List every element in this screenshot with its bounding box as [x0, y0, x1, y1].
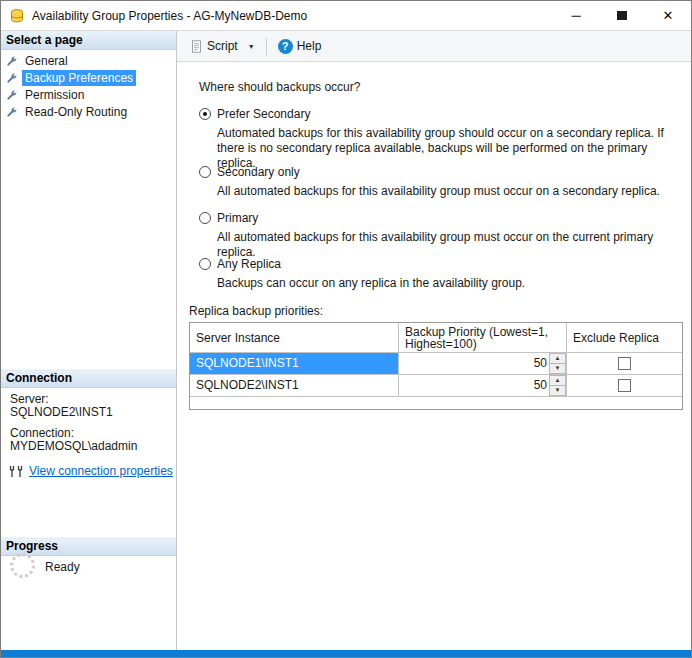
availability-group-icon — [9, 8, 25, 24]
priority-stepper[interactable]: ▲ ▼ — [549, 375, 566, 396]
help-button-label: Help — [297, 39, 322, 53]
backups-question-label: Where should backups occur? — [199, 80, 360, 94]
table-row-sqlnode1[interactable]: SQLNODE1\INST1 50 ▲ ▼ — [190, 353, 682, 375]
connection-info: Server: SQLNODE2\INST1 Connection: MYDEM… — [10, 393, 137, 453]
priority-stepper[interactable]: ▲ ▼ — [549, 353, 566, 374]
view-connection-properties-row: View connection properties — [8, 464, 173, 478]
exclude-replica-cell — [567, 353, 682, 374]
help-icon: ? — [278, 39, 293, 54]
sidebar-item-label: Read-Only Routing — [22, 104, 130, 120]
priority-value[interactable]: 50 — [399, 375, 549, 396]
replica-priorities-grid: Server Instance Backup Priority (Lowest=… — [189, 322, 683, 410]
exclude-replica-checkbox[interactable] — [618, 357, 631, 370]
radio-button-secondary-only[interactable] — [199, 166, 211, 178]
backup-preferences-page: Where should backups occur? Prefer Secon… — [177, 62, 691, 650]
column-header-exclude-replica: Exclude Replica — [567, 323, 682, 352]
wrench-icon — [6, 72, 18, 84]
close-button[interactable]: ✕ — [645, 1, 691, 30]
maximize-icon — [617, 11, 627, 20]
radio-label[interactable]: Primary — [217, 211, 258, 225]
stepper-down-icon[interactable]: ▼ — [549, 364, 566, 374]
radio-option-primary[interactable]: Primary All automated backups for this a… — [199, 211, 683, 260]
radio-description: All automated backups for this availabil… — [217, 230, 683, 260]
bottom-accent-strip — [1, 650, 691, 657]
sidebar-item-label: Backup Preferences — [22, 70, 136, 86]
sidebar-item-permission[interactable]: Permission — [1, 86, 175, 103]
stepper-up-icon[interactable]: ▲ — [549, 353, 566, 364]
column-header-server-instance: Server Instance — [190, 323, 399, 352]
column-header-backup-priority: Backup Priority (Lowest=1, Highest=100) — [399, 323, 567, 352]
table-row-sqlnode2[interactable]: SQLNODE2\INST1 50 ▲ ▼ — [190, 375, 682, 397]
exclude-replica-cell — [567, 375, 682, 396]
radio-button-primary[interactable] — [199, 212, 211, 224]
connection-properties-icon — [8, 465, 24, 478]
server-instance-cell[interactable]: SQLNODE1\INST1 — [190, 353, 399, 374]
stepper-up-icon[interactable]: ▲ — [549, 375, 566, 386]
radio-label[interactable]: Prefer Secondary — [217, 107, 310, 121]
script-button-label: Script — [207, 39, 238, 53]
progress-spinner-icon — [10, 553, 35, 578]
availability-group-properties-dialog: Availability Group Properties - AG-MyNew… — [0, 0, 692, 658]
priority-value[interactable]: 50 — [399, 353, 549, 374]
main-panel: Script ▼ ? Help Where should backups occ… — [177, 31, 691, 650]
title-bar: Availability Group Properties - AG-MyNew… — [1, 1, 691, 31]
connection-value: MYDEMOSQL\adadmin — [10, 440, 137, 453]
sidebar-item-label: General — [22, 53, 71, 69]
radio-label[interactable]: Secondary only — [217, 165, 300, 179]
close-icon: ✕ — [663, 9, 674, 22]
backup-priority-cell[interactable]: 50 ▲ ▼ — [399, 353, 567, 374]
window-title: Availability Group Properties - AG-MyNew… — [32, 9, 307, 23]
page-list: General Backup Preferences Permission Re… — [1, 52, 175, 120]
window-controls: ─ ✕ — [553, 1, 691, 30]
sidebar: Select a page General Backup Preferences… — [1, 31, 177, 650]
connection-header: Connection — [1, 369, 176, 388]
radio-option-secondary-only[interactable]: Secondary only All automated backups for… — [199, 165, 683, 199]
radio-button-prefer-secondary[interactable] — [199, 108, 211, 120]
backup-priority-cell[interactable]: 50 ▲ ▼ — [399, 375, 567, 396]
stepper-down-icon[interactable]: ▼ — [549, 386, 566, 396]
server-instance-cell[interactable]: SQLNODE2\INST1 — [190, 375, 399, 396]
sidebar-item-label: Permission — [22, 87, 87, 103]
script-icon — [190, 39, 203, 54]
select-a-page-header: Select a page — [1, 31, 176, 50]
radio-label[interactable]: Any Replica — [217, 257, 281, 271]
progress-status: Ready — [45, 560, 80, 574]
radio-option-prefer-secondary[interactable]: Prefer Secondary Automated backups for t… — [199, 107, 683, 171]
radio-description: Backups can occur on any replica in the … — [217, 276, 683, 291]
help-button[interactable]: ? Help — [273, 36, 327, 57]
sidebar-item-general[interactable]: General — [1, 52, 175, 69]
replica-priorities-label: Replica backup priorities: — [189, 304, 323, 318]
sidebar-item-read-only-routing[interactable]: Read-Only Routing — [1, 103, 175, 120]
wrench-icon — [6, 55, 18, 67]
grid-header-row: Server Instance Backup Priority (Lowest=… — [190, 323, 682, 353]
minimize-icon: ─ — [571, 9, 580, 22]
minimize-button[interactable]: ─ — [553, 1, 599, 30]
exclude-replica-checkbox[interactable] — [618, 379, 631, 392]
wrench-icon — [6, 106, 18, 118]
script-dropdown-button[interactable]: ▼ — [243, 40, 260, 53]
script-button[interactable]: Script — [185, 36, 243, 57]
server-value: SQLNODE2\INST1 — [10, 406, 137, 419]
toolbar-separator — [266, 38, 267, 55]
sidebar-item-backup-preferences[interactable]: Backup Preferences — [1, 69, 175, 86]
toolbar: Script ▼ ? Help — [177, 31, 691, 62]
view-connection-properties-link[interactable]: View connection properties — [29, 464, 173, 478]
radio-button-any-replica[interactable] — [199, 258, 211, 270]
wrench-icon — [6, 89, 18, 101]
maximize-button[interactable] — [599, 1, 645, 30]
radio-description: All automated backups for this availabil… — [217, 184, 683, 199]
radio-option-any-replica[interactable]: Any Replica Backups can occur on any rep… — [199, 257, 683, 291]
